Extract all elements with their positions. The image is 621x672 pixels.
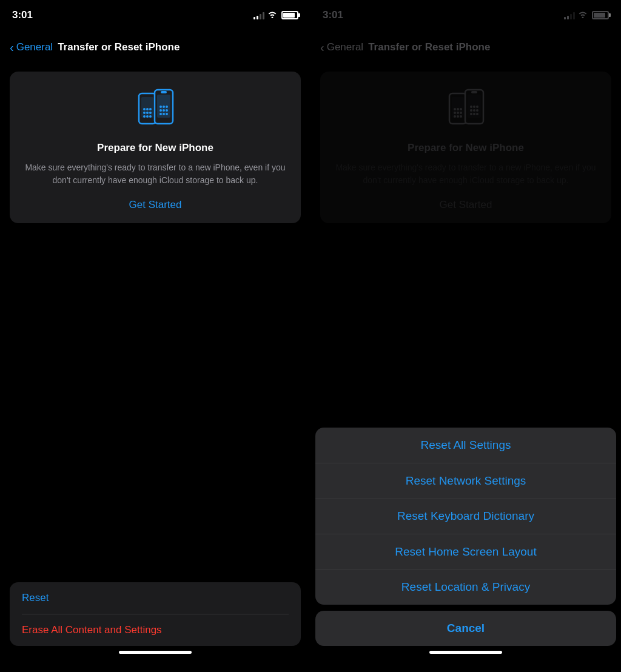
svg-point-44 xyxy=(476,113,478,115)
svg-point-6 xyxy=(146,112,149,114)
prepare-iphone-icon xyxy=(128,86,183,135)
right-back-button[interactable]: ‹ General xyxy=(320,41,363,53)
left-chevron-icon: ‹ xyxy=(10,41,14,53)
svg-point-10 xyxy=(149,115,152,118)
svg-point-5 xyxy=(143,112,146,114)
svg-rect-45 xyxy=(471,91,477,93)
svg-point-39 xyxy=(470,109,472,112)
svg-point-42 xyxy=(470,113,472,115)
svg-point-29 xyxy=(457,112,459,114)
svg-point-14 xyxy=(163,106,165,108)
svg-point-37 xyxy=(473,106,475,108)
left-nav-title: Transfer or Reset iPhone xyxy=(58,41,180,53)
right-prepare-card: Prepare for New iPhone Make sure everyth… xyxy=(320,72,611,223)
svg-point-30 xyxy=(460,112,462,114)
right-nav-bar: ‹ General Transfer or Reset iPhone xyxy=(310,30,621,64)
reset-action-sheet-container: Reset All Settings Reset Network Setting… xyxy=(310,428,621,672)
reset-home-screen-layout-button[interactable]: Reset Home Screen Layout xyxy=(315,534,616,570)
svg-point-36 xyxy=(470,106,472,108)
svg-point-4 xyxy=(149,108,152,110)
right-card-description: Make sure everything's ready to transfer… xyxy=(332,161,599,187)
svg-point-20 xyxy=(163,113,165,115)
right-signal-icon xyxy=(564,11,575,19)
svg-point-21 xyxy=(166,113,168,115)
svg-point-8 xyxy=(143,115,146,118)
left-status-icons xyxy=(253,10,298,20)
svg-point-25 xyxy=(454,108,456,110)
reset-keyboard-dictionary-button[interactable]: Reset Keyboard Dictionary xyxy=(315,499,616,534)
right-card-title: Prepare for New iPhone xyxy=(408,142,524,154)
reset-action-sheet: Reset All Settings Reset Network Setting… xyxy=(315,428,616,605)
svg-point-15 xyxy=(166,106,168,108)
right-home-indicator xyxy=(429,651,502,654)
left-reset-button[interactable]: Reset xyxy=(10,582,301,614)
svg-point-43 xyxy=(473,113,475,115)
svg-point-19 xyxy=(159,113,162,115)
right-prepare-iphone-icon xyxy=(438,86,493,135)
svg-point-27 xyxy=(460,108,462,110)
svg-point-40 xyxy=(473,109,475,112)
svg-point-26 xyxy=(457,108,459,110)
right-status-bar: 3:01 xyxy=(310,0,621,30)
left-back-button[interactable]: ‹ General xyxy=(10,41,53,53)
right-get-started-button: Get Started xyxy=(440,199,492,211)
left-get-started-button[interactable]: Get Started xyxy=(129,199,182,211)
left-erase-button[interactable]: Erase All Content and Settings xyxy=(10,614,301,646)
left-back-label: General xyxy=(16,41,53,53)
left-reset-card: Reset Erase All Content and Settings xyxy=(10,582,301,646)
svg-point-28 xyxy=(454,112,456,114)
reset-all-settings-button[interactable]: Reset All Settings xyxy=(315,428,616,463)
right-nav-title: Transfer or Reset iPhone xyxy=(368,41,490,53)
svg-rect-24 xyxy=(452,97,464,118)
svg-point-3 xyxy=(146,108,149,110)
svg-point-13 xyxy=(159,106,162,108)
left-card-title: Prepare for New iPhone xyxy=(97,142,213,154)
cancel-button[interactable]: Cancel xyxy=(315,611,616,646)
svg-point-16 xyxy=(159,109,162,112)
svg-point-2 xyxy=(143,108,146,110)
reset-network-settings-button[interactable]: Reset Network Settings xyxy=(315,463,616,499)
left-panel: 3:01 ‹ General Transfer or Reset iPhon xyxy=(0,0,310,672)
svg-point-41 xyxy=(476,109,478,112)
svg-point-17 xyxy=(163,109,165,112)
svg-point-9 xyxy=(146,115,149,118)
svg-point-38 xyxy=(476,106,478,108)
left-nav-bar: ‹ General Transfer or Reset iPhone xyxy=(0,30,310,64)
svg-point-7 xyxy=(149,112,152,114)
right-time: 3:01 xyxy=(323,9,343,21)
svg-point-33 xyxy=(460,115,462,118)
left-bottom-section: Reset Erase All Content and Settings xyxy=(0,582,310,672)
wifi-icon xyxy=(267,10,277,20)
svg-rect-22 xyxy=(161,91,167,93)
left-prepare-card[interactable]: Prepare for New iPhone Make sure everyth… xyxy=(10,72,301,223)
svg-rect-1 xyxy=(141,97,153,118)
right-back-label: General xyxy=(327,41,363,53)
right-battery-icon xyxy=(592,11,609,19)
left-status-bar: 3:01 xyxy=(0,0,310,30)
right-panel: 3:01 ‹ General Transfer or Reset iPhon xyxy=(310,0,621,672)
right-status-icons xyxy=(564,10,609,20)
left-card-description: Make sure everything's ready to transfer… xyxy=(22,161,289,187)
right-wifi-icon xyxy=(578,10,588,20)
battery-icon xyxy=(281,11,298,19)
svg-point-32 xyxy=(457,115,459,118)
right-chevron-icon: ‹ xyxy=(320,41,324,53)
left-home-indicator xyxy=(119,651,192,654)
signal-icon xyxy=(253,11,264,19)
svg-point-18 xyxy=(166,109,168,112)
left-time: 3:01 xyxy=(12,9,33,21)
reset-location-privacy-button[interactable]: Reset Location & Privacy xyxy=(315,570,616,605)
svg-point-31 xyxy=(454,115,456,118)
